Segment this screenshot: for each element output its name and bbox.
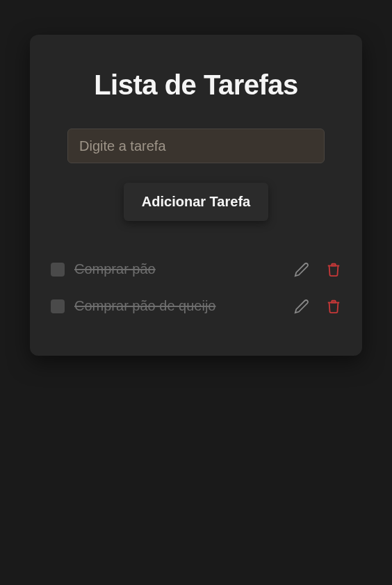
trash-icon	[326, 262, 341, 277]
add-task-button[interactable]: Adicionar Tarefa	[124, 183, 268, 221]
pencil-icon	[294, 262, 309, 277]
task-checkbox[interactable]	[51, 299, 65, 313]
todo-card: Lista de Tarefas Adicionar Tarefa Compra…	[30, 35, 362, 356]
task-item: Comprar pão	[51, 261, 341, 277]
page-title: Lista de Tarefas	[49, 69, 343, 101]
task-text: Comprar pão de queijo	[74, 298, 284, 314]
delete-task-button[interactable]	[326, 262, 341, 277]
task-input[interactable]	[67, 129, 325, 163]
input-section: Adicionar Tarefa	[49, 129, 343, 221]
pencil-icon	[294, 299, 309, 314]
task-item: Comprar pão de queijo	[51, 298, 341, 314]
task-checkbox[interactable]	[51, 263, 65, 277]
task-actions	[294, 299, 341, 314]
task-list: Comprar pão Comprar pão de que	[49, 261, 343, 314]
delete-task-button[interactable]	[326, 299, 341, 314]
trash-icon	[326, 299, 341, 314]
edit-task-button[interactable]	[294, 262, 309, 277]
task-text: Comprar pão	[74, 261, 284, 277]
edit-task-button[interactable]	[294, 299, 309, 314]
task-actions	[294, 262, 341, 277]
